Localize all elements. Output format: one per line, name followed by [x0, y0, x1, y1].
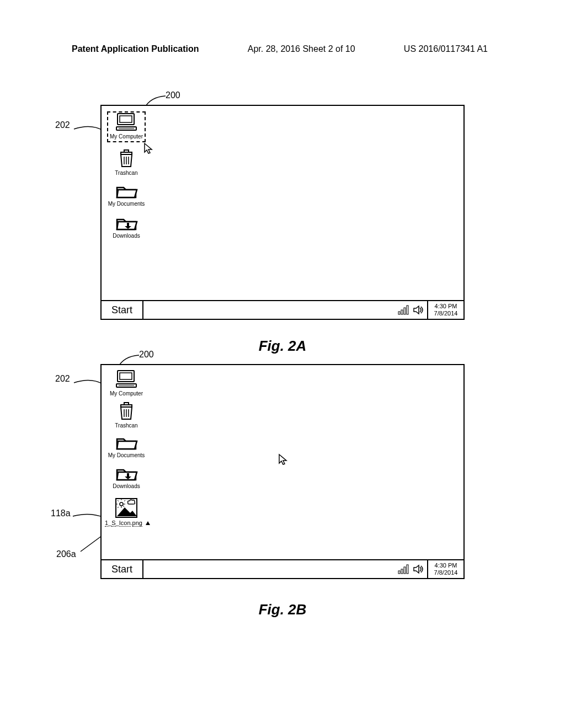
- lead-206a: 206a: [56, 549, 76, 559]
- lead-202: 202: [55, 120, 70, 130]
- downloads-folder-icon: [115, 215, 138, 232]
- lead-202b: 202: [55, 374, 70, 384]
- tray-b: [395, 560, 427, 578]
- start-button-b[interactable]: Start: [102, 560, 143, 578]
- thumbnail-icon[interactable]: 1_S_Icon.png: [105, 497, 148, 527]
- trashcan-label-b: Trashcan: [105, 422, 148, 429]
- my-documents-icon-b[interactable]: My Documents: [105, 435, 148, 458]
- downloads-icon-b[interactable]: Downloads: [105, 465, 148, 489]
- my-documents-icon[interactable]: My Documents: [105, 183, 148, 207]
- clock-a[interactable]: 4:30 PM 7/8/2014: [427, 301, 463, 319]
- downloads-icon[interactable]: Downloads: [105, 215, 148, 239]
- page-header: Patent Application Publication Apr. 28, …: [0, 44, 565, 54]
- trash-icon: [116, 149, 136, 169]
- desktop-window-a: My Computer Trashcan: [100, 105, 465, 320]
- trash-icon: [116, 402, 136, 421]
- image-thumb-icon: [115, 497, 138, 518]
- figure-2b: 200 202 118a 206 206a 206b 206c 206d: [100, 364, 465, 579]
- thumbnail-filename: 1_S_Icon.png: [105, 520, 148, 527]
- figure-2b-caption: Fig. 2B: [0, 601, 565, 618]
- clock-time-b: 4:30 PM: [435, 562, 457, 569]
- desktop-area-a[interactable]: My Computer Trashcan: [102, 106, 463, 300]
- downloads-label: Downloads: [105, 233, 148, 239]
- svg-rect-1: [120, 116, 132, 122]
- my-documents-label: My Documents: [105, 201, 148, 207]
- svg-rect-10: [401, 310, 403, 314]
- taskbar-a: Start 4:30 PM 7/8/2014: [102, 300, 463, 319]
- folder-icon: [115, 183, 138, 200]
- clock-b[interactable]: 4:30 PM 7/8/2014: [427, 560, 463, 578]
- taskbar-mid-b[interactable]: [143, 560, 395, 578]
- svg-point-27: [120, 502, 123, 506]
- svg-rect-12: [407, 306, 408, 314]
- svg-rect-38: [404, 567, 406, 574]
- volume-icon[interactable]: [413, 564, 424, 574]
- svg-rect-18: [120, 373, 132, 379]
- clock-date: 7/8/2014: [434, 310, 458, 317]
- svg-rect-5: [124, 150, 129, 152]
- folder-icon: [115, 435, 138, 451]
- lead-118a: 118a: [51, 508, 71, 518]
- trashcan-icon[interactable]: Trashcan: [105, 149, 148, 176]
- computer-icon: [114, 113, 138, 132]
- my-computer-icon[interactable]: My Computer: [105, 113, 148, 140]
- svg-rect-9: [398, 312, 400, 314]
- cursor-icon-b: [278, 453, 288, 465]
- signal-icon[interactable]: [398, 564, 409, 574]
- signal-icon[interactable]: [398, 305, 409, 315]
- svg-rect-11: [404, 308, 406, 314]
- clock-date-b: 7/8/2014: [434, 569, 458, 576]
- lead-200: 200: [166, 90, 180, 100]
- taskbar-b: Start 4:30 PM 7/8/2014: [102, 559, 463, 578]
- taskbar-mid[interactable]: [143, 301, 395, 319]
- downloads-label-b: Downloads: [105, 483, 148, 489]
- downloads-folder-icon: [115, 465, 138, 482]
- clock-time: 4:30 PM: [435, 303, 457, 310]
- svg-rect-22: [124, 403, 129, 405]
- volume-icon[interactable]: [413, 305, 424, 315]
- start-button[interactable]: Start: [102, 301, 143, 319]
- header-right: US 2016/0117341 A1: [404, 44, 488, 54]
- svg-rect-39: [407, 565, 408, 574]
- my-documents-label-b: My Documents: [105, 452, 148, 458]
- ref-mark-icon: [145, 521, 151, 526]
- lead-200b: 200: [139, 350, 154, 360]
- my-computer-label: My Computer: [105, 133, 148, 140]
- figure-2a-caption: Fig. 2A: [0, 338, 565, 355]
- trashcan-icon-b[interactable]: Trashcan: [105, 402, 148, 429]
- svg-rect-37: [401, 569, 403, 574]
- my-computer-label-b: My Computer: [105, 390, 148, 397]
- header-center: Apr. 28, 2016 Sheet 2 of 10: [248, 44, 355, 54]
- desktop-window-b: My Computer Trashcan: [100, 364, 465, 579]
- svg-rect-36: [398, 571, 400, 574]
- computer-icon: [114, 370, 138, 389]
- tray-a: [395, 301, 427, 319]
- trashcan-label: Trashcan: [105, 170, 148, 176]
- desktop-area-b[interactable]: My Computer Trashcan: [102, 365, 463, 559]
- header-left: Patent Application Publication: [72, 44, 199, 54]
- figure-2a: 200 202 204 My Computer: [100, 105, 465, 320]
- my-computer-icon-b[interactable]: My Computer: [105, 370, 148, 397]
